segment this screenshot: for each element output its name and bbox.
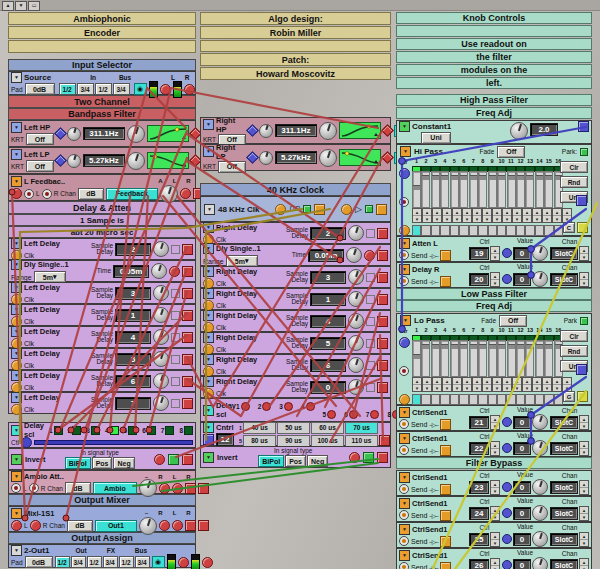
constant-value[interactable]: 2.0: [530, 123, 558, 136]
step-cell[interactable]: [525, 394, 534, 405]
step-spinner[interactable]: [542, 377, 552, 392]
route-button[interactable]: 1/2: [55, 556, 70, 568]
db-button[interactable]: dB: [67, 520, 93, 532]
rnd-button[interactable]: Rnd: [560, 176, 588, 188]
value-readout[interactable]: 0: [513, 247, 531, 260]
left-in-port[interactable]: [11, 520, 22, 531]
scl-port[interactable]: 7: [366, 410, 380, 419]
chan-value[interactable]: SlotC: [550, 481, 578, 494]
step-cell[interactable]: [497, 394, 506, 405]
scl-port[interactable]: 4: [301, 402, 315, 411]
ctrl-value[interactable]: 22: [469, 442, 489, 455]
value-knob[interactable]: [532, 271, 548, 287]
step-spinner[interactable]: [452, 208, 462, 223]
step-slider[interactable]: [525, 340, 534, 377]
step-slider[interactable]: [544, 171, 553, 208]
step-cell[interactable]: [516, 225, 525, 236]
feedback-knob[interactable]: [160, 185, 178, 203]
right-out-port[interactable]: [184, 84, 195, 95]
module-menu-icon[interactable]: [11, 326, 22, 337]
delay-knob[interactable]: [348, 357, 364, 373]
freq-knob[interactable]: [127, 152, 145, 170]
left-chan-radio[interactable]: [24, 189, 34, 199]
step-spinner[interactable]: [432, 208, 442, 223]
step-cell[interactable]: [421, 394, 430, 405]
ctrl-spinner[interactable]: [490, 246, 500, 261]
step-slider[interactable]: [535, 340, 544, 377]
step-spinner[interactable]: [412, 208, 422, 223]
out-port[interactable]: [182, 376, 193, 387]
module-menu-icon[interactable]: [11, 370, 22, 381]
delay-knob[interactable]: [153, 373, 169, 389]
scl-port[interactable]: 8: [179, 426, 193, 435]
route-button[interactable]: 3/4: [113, 83, 130, 95]
step-slider[interactable]: [450, 171, 459, 208]
delay-knob[interactable]: [153, 307, 169, 323]
delay-knob[interactable]: [153, 241, 169, 257]
sample-delay-value[interactable]: 4: [115, 331, 151, 344]
port-2[interactable]: [172, 520, 183, 531]
step-slider[interactable]: [431, 340, 440, 377]
ctrl-value[interactable]: 23: [469, 481, 489, 494]
counter-value[interactable]: 12: [216, 433, 234, 446]
chan-spinner[interactable]: [579, 506, 589, 521]
step-spinner[interactable]: [562, 377, 572, 392]
out-port[interactable]: [182, 310, 193, 321]
out-port[interactable]: [377, 316, 388, 327]
out-port[interactable]: [182, 244, 193, 255]
step-spinner[interactable]: [412, 377, 422, 392]
power-button[interactable]: [152, 556, 165, 568]
time-knob[interactable]: [346, 247, 362, 263]
route-button[interactable]: 1/2: [87, 556, 102, 568]
scl-port[interactable]: 3: [86, 426, 100, 435]
module-menu-icon[interactable]: [203, 452, 214, 463]
us-cell[interactable]: 100 us: [311, 435, 344, 447]
right-in-port[interactable]: [30, 520, 41, 531]
constant-knob[interactable]: [510, 122, 528, 140]
route-button[interactable]: 3/4: [103, 556, 118, 568]
level-knob[interactable]: [139, 517, 157, 535]
step-cell[interactable]: [431, 394, 440, 405]
delay-knob[interactable]: [348, 269, 364, 285]
mod-input-port[interactable]: [54, 127, 67, 140]
module-menu-icon[interactable]: [11, 508, 22, 519]
step-slider[interactable]: [469, 171, 478, 208]
step-slider[interactable]: [440, 340, 449, 377]
us-cell[interactable]: 50 us: [277, 422, 310, 434]
scl-port[interactable]: 2: [68, 426, 82, 435]
module-menu-icon[interactable]: [203, 222, 214, 233]
corner-button[interactable]: G: [563, 391, 575, 402]
scl-port[interactable]: 5: [124, 426, 138, 435]
module-menu-icon[interactable]: [11, 176, 22, 187]
chan-value[interactable]: SlotC: [550, 559, 578, 569]
clock-out-port-2[interactable]: [314, 204, 325, 215]
module-menu-icon[interactable]: [11, 238, 22, 249]
right-chan-radio[interactable]: [29, 483, 39, 493]
mod-port[interactable]: [364, 250, 375, 261]
step-spinner[interactable]: [442, 377, 452, 392]
step-cell[interactable]: [525, 225, 534, 236]
value-in-port[interactable]: [502, 248, 512, 258]
fade-off-button[interactable]: Off: [497, 146, 525, 158]
route-button[interactable]: 3/4: [71, 556, 86, 568]
mod-input-port[interactable]: [246, 151, 259, 164]
corner-port[interactable]: [577, 391, 588, 402]
module-menu-icon[interactable]: [11, 122, 22, 133]
ctr-port[interactable]: [399, 337, 410, 348]
mod-input-port[interactable]: [54, 154, 67, 167]
module-menu-icon[interactable]: [203, 310, 214, 321]
step-spinner[interactable]: [502, 377, 512, 392]
send-radio[interactable]: [399, 250, 409, 260]
clk-port[interactable]: [203, 388, 214, 399]
module-menu-icon[interactable]: [399, 433, 410, 444]
freq-knob[interactable]: [319, 149, 337, 167]
out-port[interactable]: [182, 332, 193, 343]
sample-delay-value[interactable]: 2: [115, 243, 151, 256]
send-radio[interactable]: [399, 484, 409, 494]
chan-value[interactable]: SlotC: [550, 273, 578, 286]
scl-port[interactable]: 6: [142, 426, 156, 435]
buffer-in-port[interactable]: [341, 204, 352, 215]
step-spinner[interactable]: [512, 208, 522, 223]
out-port[interactable]: [182, 354, 193, 365]
value-in-port[interactable]: [502, 560, 512, 569]
